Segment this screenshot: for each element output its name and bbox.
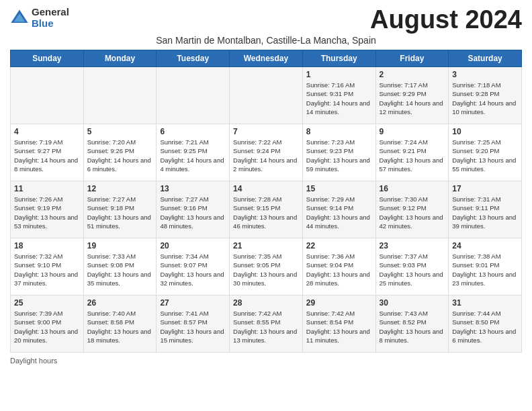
- col-sunday: Sunday: [11, 50, 84, 67]
- calendar-cell: 10Sunrise: 7:25 AM Sunset: 9:20 PM Dayli…: [449, 124, 522, 181]
- day-number: 26: [87, 298, 153, 308]
- day-number: 12: [87, 184, 153, 193]
- day-number: 13: [160, 184, 226, 193]
- day-info: Sunrise: 7:33 AM Sunset: 9:08 PM Dayligh…: [87, 252, 153, 287]
- day-info: Sunrise: 7:32 AM Sunset: 9:10 PM Dayligh…: [14, 252, 80, 287]
- day-info: Sunrise: 7:21 AM Sunset: 9:25 PM Dayligh…: [160, 138, 226, 173]
- calendar-cell: 7Sunrise: 7:22 AM Sunset: 9:24 PM Daylig…: [230, 124, 303, 181]
- day-number: 17: [452, 184, 518, 193]
- day-number: 6: [160, 127, 226, 136]
- week-row-4: 18Sunrise: 7:32 AM Sunset: 9:10 PM Dayli…: [11, 238, 522, 295]
- calendar-cell: [11, 67, 84, 124]
- calendar-cell: 23Sunrise: 7:37 AM Sunset: 9:03 PM Dayli…: [375, 238, 449, 295]
- calendar-subtitle: San Martin de Montalban, Castille-La Man…: [10, 35, 522, 46]
- calendar-cell: 9Sunrise: 7:24 AM Sunset: 9:21 PM Daylig…: [375, 124, 449, 181]
- calendar-cell: 19Sunrise: 7:33 AM Sunset: 9:08 PM Dayli…: [83, 238, 157, 295]
- day-number: 19: [87, 241, 153, 250]
- col-friday: Friday: [375, 50, 449, 67]
- calendar-cell: 20Sunrise: 7:34 AM Sunset: 9:07 PM Dayli…: [157, 238, 230, 295]
- day-number: 23: [380, 241, 445, 250]
- day-info: Sunrise: 7:41 AM Sunset: 8:57 PM Dayligh…: [160, 309, 226, 345]
- day-number: 30: [380, 298, 445, 308]
- day-info: Sunrise: 7:31 AM Sunset: 9:11 PM Dayligh…: [452, 195, 518, 230]
- month-title: August 2024: [370, 7, 522, 32]
- day-number: 14: [233, 184, 299, 193]
- week-row-3: 11Sunrise: 7:26 AM Sunset: 9:19 PM Dayli…: [11, 181, 522, 238]
- day-info: Sunrise: 7:43 AM Sunset: 8:52 PM Dayligh…: [380, 309, 445, 345]
- day-number: 15: [306, 184, 372, 193]
- calendar-cell: 15Sunrise: 7:29 AM Sunset: 9:14 PM Dayli…: [302, 181, 375, 238]
- day-info: Sunrise: 7:24 AM Sunset: 9:21 PM Dayligh…: [380, 138, 445, 173]
- day-number: 2: [380, 70, 445, 79]
- day-info: Sunrise: 7:16 AM Sunset: 9:31 PM Dayligh…: [306, 81, 372, 116]
- day-number: 21: [233, 241, 299, 250]
- day-number: 25: [14, 298, 80, 308]
- day-number: 20: [160, 241, 226, 250]
- calendar-cell: 16Sunrise: 7:30 AM Sunset: 9:12 PM Dayli…: [375, 181, 449, 238]
- day-number: 1: [306, 70, 372, 79]
- col-thursday: Thursday: [302, 50, 375, 67]
- col-wednesday: Wednesday: [230, 50, 303, 67]
- day-number: 9: [380, 127, 445, 136]
- day-number: 28: [233, 298, 299, 308]
- calendar-cell: 30Sunrise: 7:43 AM Sunset: 8:52 PM Dayli…: [375, 295, 449, 353]
- week-row-5: 25Sunrise: 7:39 AM Sunset: 9:00 PM Dayli…: [11, 295, 522, 353]
- day-info: Sunrise: 7:30 AM Sunset: 9:12 PM Dayligh…: [380, 195, 445, 230]
- calendar-header: Sunday Monday Tuesday Wednesday Thursday…: [11, 50, 522, 67]
- day-info: Sunrise: 7:36 AM Sunset: 9:04 PM Dayligh…: [306, 252, 372, 287]
- day-number: 3: [452, 70, 518, 79]
- days-of-week-row: Sunday Monday Tuesday Wednesday Thursday…: [11, 50, 522, 67]
- logo-blue: Blue: [32, 18, 69, 30]
- day-info: Sunrise: 7:19 AM Sunset: 9:27 PM Dayligh…: [14, 138, 80, 173]
- day-info: Sunrise: 7:27 AM Sunset: 9:16 PM Dayligh…: [160, 195, 226, 230]
- calendar-cell: 6Sunrise: 7:21 AM Sunset: 9:25 PM Daylig…: [157, 124, 230, 181]
- logo-icon: [10, 9, 29, 28]
- logo-general: General: [32, 7, 69, 18]
- week-row-1: 1Sunrise: 7:16 AM Sunset: 9:31 PM Daylig…: [11, 67, 522, 124]
- day-info: Sunrise: 7:22 AM Sunset: 9:24 PM Dayligh…: [233, 138, 299, 173]
- calendar-cell: 8Sunrise: 7:23 AM Sunset: 9:23 PM Daylig…: [302, 124, 375, 181]
- day-number: 4: [14, 127, 80, 136]
- day-info: Sunrise: 7:37 AM Sunset: 9:03 PM Dayligh…: [380, 252, 445, 287]
- calendar-cell: 18Sunrise: 7:32 AM Sunset: 9:10 PM Dayli…: [11, 238, 84, 295]
- day-number: 10: [452, 127, 518, 136]
- calendar-cell: [83, 67, 157, 124]
- day-info: Sunrise: 7:23 AM Sunset: 9:23 PM Dayligh…: [306, 138, 372, 173]
- day-number: 5: [87, 127, 153, 136]
- logo: General Blue: [10, 7, 69, 29]
- col-saturday: Saturday: [449, 50, 522, 67]
- day-number: 24: [452, 241, 518, 250]
- day-number: 22: [306, 241, 372, 250]
- day-number: 16: [380, 184, 445, 193]
- calendar-cell: 31Sunrise: 7:44 AM Sunset: 8:50 PM Dayli…: [449, 295, 522, 353]
- calendar-body: 1Sunrise: 7:16 AM Sunset: 9:31 PM Daylig…: [11, 67, 522, 353]
- calendar-cell: 22Sunrise: 7:36 AM Sunset: 9:04 PM Dayli…: [302, 238, 375, 295]
- day-info: Sunrise: 7:26 AM Sunset: 9:19 PM Dayligh…: [14, 195, 80, 230]
- calendar-cell: [157, 67, 230, 124]
- calendar-cell: 1Sunrise: 7:16 AM Sunset: 9:31 PM Daylig…: [302, 67, 375, 124]
- day-info: Sunrise: 7:38 AM Sunset: 9:01 PM Dayligh…: [452, 252, 518, 287]
- calendar-cell: 27Sunrise: 7:41 AM Sunset: 8:57 PM Dayli…: [157, 295, 230, 353]
- calendar-cell: 29Sunrise: 7:42 AM Sunset: 8:54 PM Dayli…: [302, 295, 375, 353]
- footer-note: Daylight hours: [10, 357, 522, 365]
- day-info: Sunrise: 7:42 AM Sunset: 8:55 PM Dayligh…: [233, 309, 299, 345]
- day-number: 7: [233, 127, 299, 136]
- calendar-cell: 24Sunrise: 7:38 AM Sunset: 9:01 PM Dayli…: [449, 238, 522, 295]
- week-row-2: 4Sunrise: 7:19 AM Sunset: 9:27 PM Daylig…: [11, 124, 522, 181]
- calendar-cell: 13Sunrise: 7:27 AM Sunset: 9:16 PM Dayli…: [157, 181, 230, 238]
- calendar-cell: [230, 67, 303, 124]
- day-info: Sunrise: 7:39 AM Sunset: 9:00 PM Dayligh…: [14, 309, 80, 345]
- day-info: Sunrise: 7:27 AM Sunset: 9:18 PM Dayligh…: [87, 195, 153, 230]
- day-info: Sunrise: 7:17 AM Sunset: 9:29 PM Dayligh…: [380, 81, 445, 116]
- calendar-cell: 4Sunrise: 7:19 AM Sunset: 9:27 PM Daylig…: [11, 124, 84, 181]
- day-info: Sunrise: 7:34 AM Sunset: 9:07 PM Dayligh…: [160, 252, 226, 287]
- day-info: Sunrise: 7:20 AM Sunset: 9:26 PM Dayligh…: [87, 138, 153, 173]
- calendar-cell: 3Sunrise: 7:18 AM Sunset: 9:28 PM Daylig…: [449, 67, 522, 124]
- day-number: 29: [306, 298, 372, 308]
- calendar-cell: 21Sunrise: 7:35 AM Sunset: 9:05 PM Dayli…: [230, 238, 303, 295]
- calendar-table: Sunday Monday Tuesday Wednesday Thursday…: [10, 50, 522, 353]
- col-tuesday: Tuesday: [157, 50, 230, 67]
- calendar-cell: 12Sunrise: 7:27 AM Sunset: 9:18 PM Dayli…: [83, 181, 157, 238]
- calendar-cell: 26Sunrise: 7:40 AM Sunset: 8:58 PM Dayli…: [83, 295, 157, 353]
- calendar-cell: 2Sunrise: 7:17 AM Sunset: 9:29 PM Daylig…: [375, 67, 449, 124]
